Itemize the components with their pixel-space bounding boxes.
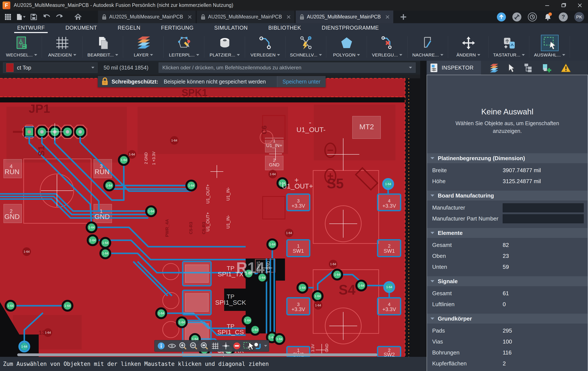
chevron-down-icon[interactable] xyxy=(477,54,480,56)
grid-icon[interactable] xyxy=(54,35,71,51)
section-header[interactable]: Board Manufacturing xyxy=(427,191,588,201)
layers-panel-icon[interactable] xyxy=(490,63,499,72)
pcb-label: U1_IN+ xyxy=(266,143,282,148)
chevron-down-icon[interactable] xyxy=(34,54,37,56)
layers-icon[interactable] xyxy=(135,35,152,51)
chevron-down-icon[interactable] xyxy=(150,54,153,56)
info-icon[interactable] xyxy=(156,341,166,351)
extensions-plug-icon[interactable] xyxy=(512,12,521,21)
maximize-button[interactable] xyxy=(555,0,572,10)
visibility-eye-icon[interactable] xyxy=(167,341,177,351)
zoom-window-icon[interactable] xyxy=(200,341,209,351)
chevron-down-icon[interactable] xyxy=(440,54,443,56)
job-status-clock-icon[interactable] xyxy=(528,12,537,21)
app-grid-icon[interactable] xyxy=(3,12,13,22)
document-tab-2[interactable]: AU2025_MultiMeasure_MainPCB xyxy=(197,10,294,23)
grid-toggle-icon[interactable] xyxy=(210,341,220,351)
chevron-down-icon[interactable] xyxy=(73,54,76,56)
horizontal-scrollbar[interactable] xyxy=(17,353,377,356)
warning-icon[interactable] xyxy=(561,63,571,72)
chevron-down-icon[interactable] xyxy=(399,54,402,56)
save-as-button[interactable]: Speichern unter xyxy=(277,76,326,87)
menu-fertigung[interactable]: FERTIGUNG xyxy=(161,25,193,33)
tool-auswähl[interactable]: AUSWÄHL... xyxy=(529,33,570,61)
layer-select[interactable]: ct Top xyxy=(3,62,98,73)
command-line-input[interactable]: Klicken oder / drücken, um Befehlszeilen… xyxy=(159,62,416,73)
section-header[interactable]: Elemente xyxy=(427,228,588,238)
menu-entwurf[interactable]: ENTWURF xyxy=(17,25,45,33)
chevron-down-icon[interactable] xyxy=(357,54,360,56)
menu-simulation[interactable]: SIMULATION xyxy=(214,25,248,33)
tool-schnellv[interactable]: SCHNELLV... xyxy=(286,33,326,61)
board-icon[interactable] xyxy=(176,35,193,51)
copy-icon[interactable] xyxy=(94,35,111,51)
tool-wechsel[interactable]: WECHSEL... xyxy=(1,33,42,61)
chevron-down-icon[interactable] xyxy=(319,54,322,56)
save-button[interactable] xyxy=(29,12,39,22)
document-tab-3[interactable]: AU2025_MultiMeasure_MainPCB xyxy=(296,10,393,23)
tool-nachare[interactable]: NACHARE... xyxy=(408,33,448,61)
chevron-down-icon[interactable] xyxy=(237,54,240,56)
pcb-canvas[interactable]: 1-641-641-641-641-641-641-641-641-641-64… xyxy=(0,74,420,357)
tab-inspector[interactable]: INSPEKTOR xyxy=(427,61,481,75)
tool-ändern[interactable]: ÄNDERN xyxy=(448,33,489,61)
tool-anzeigen[interactable]: ANZEIGEN xyxy=(42,33,83,61)
new-file-button[interactable] xyxy=(16,12,26,22)
tool-leiterpl[interactable]: LEITERPL... xyxy=(164,33,204,61)
chevron-down-icon[interactable] xyxy=(115,54,118,56)
schematic-icon[interactable] xyxy=(13,35,30,51)
menu-dokument[interactable]: DOKUMENT xyxy=(65,25,97,33)
new-tab-button[interactable] xyxy=(399,12,408,22)
tab-close-icon[interactable] xyxy=(188,15,192,19)
zoom-out-icon[interactable] xyxy=(189,341,199,351)
menu-dienstprogramme[interactable]: DIENSTPROGRAMME xyxy=(322,25,379,33)
add-component-icon[interactable] xyxy=(542,63,551,72)
section-header[interactable]: Grundkörper xyxy=(427,314,588,323)
property-input[interactable] xyxy=(503,203,584,212)
property-input[interactable] xyxy=(503,214,584,223)
quickroute-icon[interactable] xyxy=(298,35,315,51)
keyboard-icon[interactable] xyxy=(501,35,517,51)
tool-tastatur[interactable]: TASTATUR... xyxy=(489,33,529,61)
tool-verlegu[interactable]: VERLEGU... xyxy=(367,33,408,61)
zoom-in-icon[interactable] xyxy=(178,341,188,351)
cursor-snap-icon[interactable] xyxy=(221,341,231,351)
via-icon[interactable] xyxy=(216,35,233,51)
section-header[interactable]: Platinenbegrenzung (Dimension) xyxy=(427,153,588,163)
help-icon[interactable]: ? xyxy=(559,12,568,21)
document-tab-1[interactable]: AU2025_MultiMeasure_MainPCB xyxy=(98,10,196,23)
drc-stop-icon[interactable] xyxy=(232,341,242,351)
chevron-down-icon[interactable] xyxy=(562,54,565,56)
polygon-icon[interactable] xyxy=(338,35,355,51)
chevron-down-icon[interactable] xyxy=(264,345,267,347)
close-button[interactable] xyxy=(572,0,588,10)
minimize-button[interactable] xyxy=(539,0,555,10)
tab-close-icon[interactable] xyxy=(287,15,291,19)
notifications-bell-icon[interactable] xyxy=(543,12,552,21)
move-icon[interactable] xyxy=(460,35,477,51)
tool-layer[interactable]: LAYER xyxy=(123,33,164,61)
home-icon[interactable] xyxy=(73,12,83,22)
tab-close-icon[interactable] xyxy=(386,15,389,19)
chevron-down-icon[interactable] xyxy=(522,54,525,56)
menu-regeln[interactable]: REGELN xyxy=(118,25,141,33)
route-icon[interactable] xyxy=(257,35,274,51)
menu-bibliothek[interactable]: BIBLIOTHEK xyxy=(268,25,301,33)
selection-cursor-icon[interactable] xyxy=(508,64,514,72)
tool-verlegen[interactable]: VERLEGEN xyxy=(245,33,286,61)
tool-polygon[interactable]: POLYGON xyxy=(326,33,367,61)
tool-bearbeit[interactable]: BEARBEIT... xyxy=(83,33,123,61)
chevron-down-icon[interactable] xyxy=(277,54,280,56)
tool-platzier[interactable]: PLATZIER... xyxy=(204,33,245,61)
ripup-icon[interactable] xyxy=(379,35,396,51)
select-icon[interactable] xyxy=(541,35,558,51)
design-tree-icon[interactable] xyxy=(524,64,533,72)
redo-button[interactable] xyxy=(55,12,64,22)
user-avatar[interactable]: PK xyxy=(574,12,584,22)
property-value: 3125.24877 mil xyxy=(503,178,541,185)
chevron-down-icon[interactable] xyxy=(196,54,199,56)
section-header[interactable]: Signale xyxy=(427,276,588,286)
rework-icon[interactable] xyxy=(420,35,436,51)
undo-button[interactable] xyxy=(42,12,52,22)
upload-sync-icon[interactable] xyxy=(497,12,506,21)
